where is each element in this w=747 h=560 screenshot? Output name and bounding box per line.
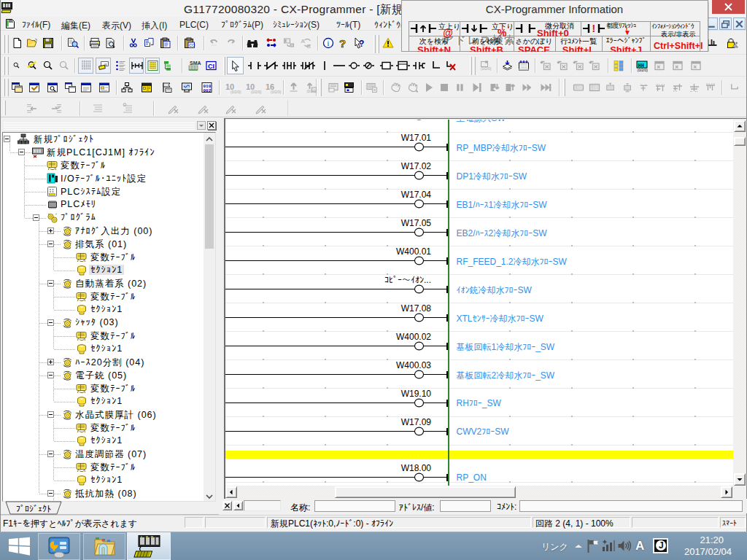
svg-text:(0/2/0): (0/2/0) [638,68,649,72]
svg-text:CI: CI [208,63,214,70]
svg-text:002: 002 [204,88,212,93]
svg-text:?: ? [339,37,346,50]
svg-text:A: A [301,38,306,44]
svg-text:B: B [307,43,311,50]
svg-text:CO: CO [189,43,196,47]
svg-text:(0/2/0): (0/2/0) [251,90,262,94]
svg-text:?: ? [359,39,364,49]
svg-text:(0/2/0): (0/2/0) [271,90,282,94]
svg-text:!: ! [592,23,596,34]
svg-text:(0/2/0): (0/2/0) [307,90,317,93]
svg-text:(0/2/0): (0/2/0) [231,90,241,94]
svg-text:i: i [328,39,330,47]
svg-text:SMA: SMA [190,61,201,66]
svg-text:(0/2/0): (0/2/0) [481,66,492,71]
svg-text:w: w [104,62,107,66]
